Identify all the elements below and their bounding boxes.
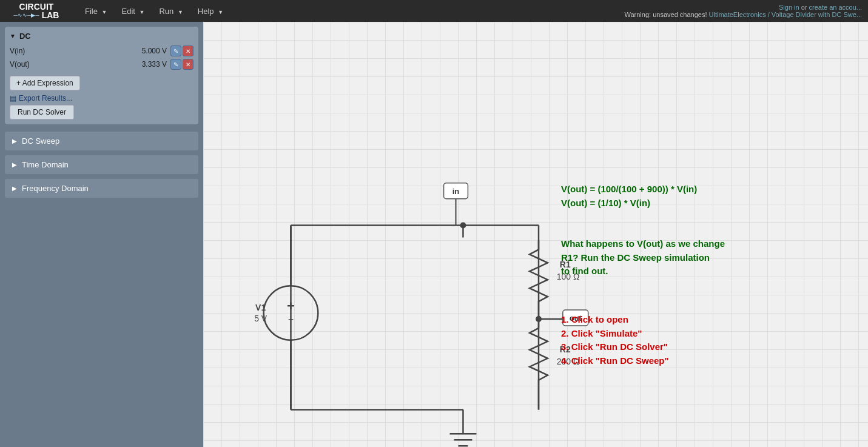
expr-vin-value: 5.000 V (43, 47, 167, 55)
nav-run[interactable]: Run ▼ (153, 4, 189, 18)
expr-row-vout: V(out) 3.333 V ✎ ✕ (10, 59, 193, 70)
nav-edit[interactable]: Edit ▼ (115, 4, 150, 18)
time-domain-triangle: ▶ (12, 161, 17, 168)
sidebar: ▼ DC V(in) 5.000 V ✎ ✕ V(out) 3.333 V ✎ … (0, 22, 203, 447)
dc-panel: ▼ DC V(in) 5.000 V ✎ ✕ V(out) 3.333 V ✎ … (5, 27, 198, 124)
svg-text:+: + (287, 298, 295, 314)
warning-text: Warning: unsaved changes! UltimateElectr… (625, 11, 863, 18)
sign-in-text[interactable]: Sign in (779, 4, 799, 11)
svg-text:in: in (453, 187, 460, 196)
run-dc-solver-button[interactable]: Run DC Solver (10, 105, 74, 119)
export-icon: ▤ (10, 94, 16, 103)
expr-vout-edit[interactable]: ✎ (170, 59, 181, 70)
navbar: CIRCUIT ─∿∿─▶─ LAB File ▼ Edit ▼ Run ▼ H… (0, 0, 868, 22)
expr-vout-label: V(out) (10, 60, 43, 69)
nav-right: Sign in or create an accou... Warning: u… (625, 4, 863, 18)
logo-wave: ─∿∿─▶─ (14, 13, 39, 18)
section-freq-domain[interactable]: ▶ Frequency Domain (5, 179, 198, 198)
sign-in-bar: Sign in or create an accou... (779, 4, 862, 11)
dc-collapse-triangle[interactable]: ▼ (10, 33, 16, 39)
expr-row-vin: V(in) 5.000 V ✎ ✕ (10, 45, 193, 56)
export-results-link[interactable]: ▤ Export Results... (10, 94, 193, 103)
nav-help[interactable]: Help ▼ (192, 4, 229, 18)
logo-lab: LAB (42, 11, 59, 19)
freq-domain-triangle: ▶ (12, 185, 17, 192)
create-account-text[interactable]: create an accou... (809, 4, 862, 11)
expr-vout-value: 3.333 V (43, 60, 167, 69)
svg-text:−: − (288, 314, 294, 324)
dc-sweep-triangle: ▶ (12, 138, 17, 144)
expr-vin-label: V(in) (10, 47, 43, 55)
canvas-area[interactable]: + − V1 5 V R1 100 Ω R2 200 Ω in (203, 22, 868, 447)
section-dc-sweep[interactable]: ▶ DC Sweep (5, 132, 198, 150)
formula-line2: V(out) = (1/10) * V(in) (561, 197, 697, 210)
steps-annotation: 1. Click to open 2. Click "Simulate" 3. … (561, 313, 669, 368)
time-domain-label: Time Domain (22, 160, 69, 169)
expr-vout-delete[interactable]: ✕ (183, 59, 193, 70)
dc-panel-title: DC (19, 32, 31, 41)
main-layout: ▼ DC V(in) 5.000 V ✎ ✕ V(out) 3.333 V ✎ … (0, 22, 868, 447)
question-annotation: What happens to V(out) as we changeR1? R… (561, 237, 725, 278)
svg-text:5 V: 5 V (254, 314, 267, 323)
section-time-domain[interactable]: ▶ Time Domain (5, 155, 198, 174)
dc-sweep-label: DC Sweep (22, 136, 59, 146)
breadcrumb-link[interactable]: UltimateElectronics / Voltage Divider wi… (709, 11, 862, 18)
expr-vin-delete[interactable]: ✕ (183, 45, 193, 56)
expr-vin-edit[interactable]: ✎ (170, 45, 181, 56)
formula-annotation: V(out) = (100/(100 + 900)) * V(in) V(out… (561, 183, 697, 210)
step4: 4. Click "Run DC Sweep" (561, 354, 669, 368)
or-text: or (801, 4, 809, 11)
step1: 1. Click to open (561, 313, 669, 327)
step3: 3. Click "Run DC Solver" (561, 340, 669, 354)
step2: 2. Click "Simulate" (561, 327, 669, 341)
freq-domain-label: Frequency Domain (22, 184, 89, 193)
nav-menu: File ▼ Edit ▼ Run ▼ Help ▼ (79, 4, 229, 18)
question-text: What happens to V(out) as we changeR1? R… (561, 237, 725, 278)
circuit-diagram: + − V1 5 V R1 100 Ω R2 200 Ω in (203, 22, 868, 447)
formula-line1: V(out) = (100/(100 + 900)) * V(in) (561, 183, 697, 197)
logo-circuit: CIRCUIT (19, 2, 54, 11)
nav-file[interactable]: File ▼ (79, 4, 113, 18)
svg-text:V1: V1 (255, 303, 266, 312)
logo: CIRCUIT ─∿∿─▶─ LAB (6, 2, 67, 19)
dc-panel-header: ▼ DC (10, 32, 193, 41)
add-expression-button[interactable]: + Add Expression (10, 76, 80, 90)
